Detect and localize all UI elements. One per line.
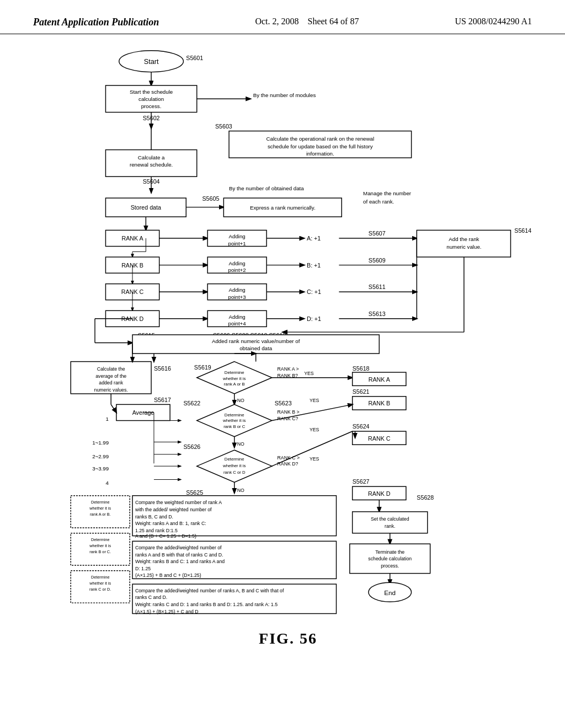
svg-text:Adding: Adding (229, 260, 246, 266)
svg-text:whether it is: whether it is (222, 418, 246, 423)
svg-text:S5609: S5609 (369, 257, 386, 264)
svg-text:Adding: Adding (229, 314, 246, 320)
svg-text:(A×1.25) + B and C + (D×1.25): (A×1.25) + B and C + (D×1.25) (135, 572, 201, 578)
svg-text:S5624: S5624 (353, 423, 370, 430)
svg-text:YES: YES (310, 427, 319, 432)
svg-text:Express a rank numerically.: Express a rank numerically. (250, 205, 316, 211)
svg-text:Weight: ranks A and B: 1, rank: Weight: ranks A and B: 1, rank C: (135, 521, 206, 526)
svg-text:S5603: S5603 (215, 123, 232, 130)
svg-text:NO: NO (237, 488, 244, 493)
svg-text:information.: information. (306, 151, 334, 157)
svg-text:Calculate the: Calculate the (97, 366, 125, 372)
svg-text:RANK C?: RANK C? (278, 416, 299, 421)
svg-text:rank C or D: rank C or D (223, 470, 246, 475)
svg-text:Compare the added/weighted num: Compare the added/weighted number of ran… (135, 588, 284, 593)
svg-text:S5616: S5616 (154, 365, 171, 372)
svg-text:NO: NO (237, 441, 244, 447)
svg-text:Calculate the operational rank: Calculate the operational rank on the re… (266, 136, 375, 142)
svg-text:Set the calculated: Set the calculated (371, 516, 409, 522)
svg-text:point+4: point+4 (228, 320, 247, 326)
svg-text:S5622: S5622 (183, 400, 200, 406)
svg-text:Start the schedule: Start the schedule (130, 89, 173, 95)
svg-text:C:  +1: C: +1 (307, 288, 321, 295)
svg-text:Determine: Determine (225, 370, 244, 375)
svg-text:Determine: Determine (91, 500, 110, 505)
svg-text:(A×1.5) + (B×1.25) + C and D: (A×1.5) + (B×1.25) + C and D (135, 609, 199, 614)
svg-text:Weight: ranks C and D: 1 and r: Weight: ranks C and D: 1 and ranks B and… (135, 602, 278, 607)
svg-text:Determine: Determine (225, 413, 244, 417)
page: Patent Application Publication Oct. 2, 2… (0, 0, 565, 728)
header-date: Oct. 2, 2008 Sheet 64 of 87 (255, 17, 359, 26)
svg-text:RANK A: RANK A (121, 235, 143, 242)
svg-text:S5625: S5625 (186, 489, 203, 496)
svg-text:2~2.99: 2~2.99 (92, 453, 109, 459)
svg-text:S5627: S5627 (353, 478, 370, 485)
svg-text:S5613: S5613 (369, 311, 386, 317)
svg-text:Added rank numeric value/numbe: Added rank numeric value/number of (212, 338, 300, 344)
svg-text:ranks B, C and D.: ranks B, C and D. (135, 514, 173, 520)
svg-text:RANK C: RANK C (368, 435, 391, 442)
svg-text:rank C or D.: rank C or D. (89, 587, 111, 592)
svg-text:rank B or C: rank B or C (223, 424, 246, 429)
svg-text:B:  +1: B: +1 (307, 262, 321, 269)
svg-text:YES: YES (304, 371, 314, 376)
svg-text:ranks C and D.: ranks C and D. (135, 595, 167, 600)
svg-text:process.: process. (381, 563, 399, 569)
svg-line-106 (111, 404, 116, 413)
svg-text:S5611: S5611 (369, 283, 386, 290)
header: Patent Application Publication Oct. 2, 2… (0, 0, 565, 34)
svg-text:Manage the number: Manage the number (363, 190, 412, 196)
svg-text:End: End (384, 589, 396, 596)
svg-text:S5626: S5626 (183, 443, 200, 450)
svg-text:Calculate a: Calculate a (138, 154, 165, 160)
flowchart-container: Start S5601 Start the schedule calculati… (33, 45, 543, 624)
svg-text:S5628: S5628 (417, 494, 434, 501)
svg-text:rank B or C.: rank B or C. (89, 549, 111, 554)
svg-text:YES: YES (310, 456, 319, 462)
svg-text:S5623: S5623 (275, 400, 292, 406)
svg-text:RANK B: RANK B (368, 400, 390, 406)
svg-text:Compare the weighted number of: Compare the weighted number of rank A (135, 500, 222, 505)
svg-text:4: 4 (105, 480, 109, 486)
svg-text:NO: NO (237, 398, 244, 403)
svg-text:numeric value.: numeric value. (446, 244, 481, 250)
header-title: Patent Application Publication (33, 17, 159, 28)
svg-text:D:  +1: D: +1 (307, 315, 321, 322)
svg-text:Adding: Adding (229, 233, 246, 239)
header-patent: US 2008/0244290 A1 (455, 17, 532, 26)
svg-text:S5601: S5601 (186, 55, 203, 61)
svg-text:RANK A >: RANK A > (278, 366, 299, 372)
svg-text:Weight: ranks B and C: 1 and r: Weight: ranks B and C: 1 and ranks A and (135, 559, 225, 564)
svg-text:Stored data: Stored data (131, 204, 161, 211)
figure-caption: FIG. 56 (33, 630, 543, 647)
svg-text:Adding: Adding (229, 287, 246, 293)
svg-text:RANK A: RANK A (369, 376, 391, 383)
svg-text:Determine: Determine (91, 575, 110, 580)
svg-text:S5617: S5617 (154, 397, 171, 403)
svg-text:renewal schedule.: renewal schedule. (130, 162, 173, 168)
svg-text:whether it is: whether it is (222, 463, 246, 468)
svg-text:D: 1.25: D: 1.25 (135, 566, 151, 571)
svg-text:whether it is: whether it is (89, 506, 111, 511)
svg-text:process.: process. (141, 103, 162, 109)
svg-text:rank A or B: rank A or B (224, 382, 245, 387)
svg-text:A and (B + C× 1.25 + D×1.5): A and (B + C× 1.25 + D×1.5) (135, 533, 196, 539)
svg-text:of each rank.: of each rank. (363, 199, 394, 205)
svg-text:1.25 and rank D:1.5: 1.25 and rank D:1.5 (135, 528, 178, 533)
svg-text:Start: Start (144, 58, 159, 66)
svg-text:S5605: S5605 (202, 195, 219, 202)
svg-text:whether it is: whether it is (89, 543, 111, 548)
svg-text:S5607: S5607 (369, 230, 386, 237)
svg-rect-172 (353, 512, 428, 533)
svg-text:schedule for update based on t: schedule for update based on the full hi… (268, 143, 373, 149)
svg-text:RANK B >: RANK B > (278, 409, 300, 415)
svg-text:S5618: S5618 (353, 365, 370, 372)
svg-text:RANK D: RANK D (368, 490, 391, 497)
svg-text:added rank: added rank (99, 380, 123, 386)
svg-text:1: 1 (105, 416, 108, 422)
svg-text:rank A or B.: rank A or B. (90, 512, 111, 517)
svg-text:obtained data: obtained data (239, 345, 273, 351)
svg-text:whether it is: whether it is (89, 581, 111, 586)
svg-text:3~3.99: 3~3.99 (92, 465, 109, 472)
svg-text:1~1.99: 1~1.99 (92, 440, 109, 446)
